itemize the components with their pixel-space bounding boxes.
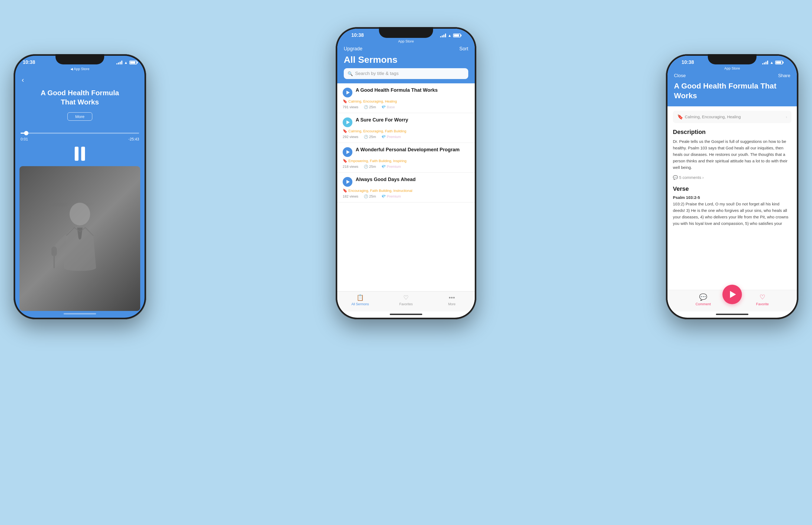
tags-text: Calming, Encouraging, Healing (685, 115, 784, 119)
center-time: 10:38 (351, 32, 364, 38)
tags-row[interactable]: 🔖 Calming, Encouraging, Healing › (673, 111, 792, 123)
sermon-image (19, 166, 140, 311)
bookmark-icon-1: 🔖 (343, 99, 347, 103)
time-labels: 0:01 -25:43 (15, 136, 145, 142)
comments-link[interactable]: 💬 5 comments › (673, 175, 792, 180)
pause-button[interactable] (15, 147, 145, 161)
tab-allsermons-label: All Sermons (351, 302, 369, 306)
progress-track[interactable] (20, 133, 139, 134)
right-time: 10:38 (681, 60, 694, 65)
back-button[interactable]: ‹ (22, 76, 24, 84)
center-notch (379, 27, 433, 38)
svg-rect-1 (51, 246, 57, 256)
sort-button[interactable]: Sort (459, 46, 468, 52)
all-sermons-title: All Sermons (344, 55, 468, 65)
big-play-button[interactable] (722, 285, 742, 304)
sermon-item-1[interactable]: A Good Health Formula That Works 🔖 Calmi… (337, 83, 475, 113)
tab-more[interactable]: ••• More (429, 294, 475, 306)
search-icon: 🔍 (347, 71, 353, 76)
favorite-icon: ♡ (760, 293, 765, 301)
tags-bookmark-icon: 🔖 (677, 114, 683, 120)
phone-left: 10:38 ▲ App Store ‹ A Good Health Formul… (14, 54, 146, 319)
search-placeholder-text: Search by title & tags (355, 71, 399, 76)
sermon-meta-1: 791 views 🕐 25m 💎 Base (343, 105, 469, 109)
sermon-item-4[interactable]: Always Good Days Ahead 🔖 Encouraging, Fa… (337, 172, 475, 202)
play-icon-2[interactable] (343, 118, 352, 127)
center-wifi-icon: ▲ (448, 33, 451, 38)
right-bottom-bar: 💬 Comment ♡ Favorite (667, 290, 797, 312)
remaining-time: -25:43 (128, 137, 139, 141)
sermon-tags-4: 🔖 Encouraging, Faith Building, Instructi… (343, 188, 469, 193)
left-status-icons: ▲ (116, 60, 137, 65)
center-phone-inner: 10:38 ▲ App Store Upgrade Sort (337, 29, 475, 318)
right-battery (775, 61, 783, 64)
sermon-list: A Good Health Formula That Works 🔖 Calmi… (337, 83, 475, 291)
tab-favorites-icon: ♡ (403, 294, 409, 301)
more-button[interactable]: More (67, 112, 92, 121)
wifi-icon: ▲ (124, 60, 128, 65)
right-status-icons: ▲ (762, 60, 783, 65)
sermon-tags-1: 🔖 Calming, Encouraging, Healing (343, 99, 469, 103)
comment-action[interactable]: 💬 Comment (696, 293, 711, 306)
phone-center: 10:38 ▲ App Store Upgrade Sort (336, 27, 476, 319)
center-battery (453, 33, 461, 38)
share-button[interactable]: Share (778, 73, 790, 78)
center-appstore-bar: App Store (344, 39, 468, 45)
center-home-indicator (390, 314, 422, 315)
bookmark-icon-4: 🔖 (343, 188, 347, 193)
sermon-tags-3: 🔖 Empowering, Faith Building, Inspiring (343, 159, 469, 163)
center-nav: Upgrade Sort (344, 45, 468, 55)
signal-bars (116, 61, 122, 64)
bookmark-icon-2: 🔖 (343, 129, 347, 133)
notch (56, 54, 104, 64)
sermon-item-2[interactable]: A Sure Cure For Worry 🔖 Calming, Encoura… (337, 113, 475, 143)
description-text: Dr. Peale tells us the Gospel is full of… (673, 138, 792, 171)
left-appstore-bar: App Store (15, 66, 145, 73)
battery-icon (130, 61, 137, 64)
right-nav: Close Share (674, 72, 790, 81)
right-phone-inner: 10:38 ▲ App Store Close Share (667, 56, 797, 318)
right-screen: 10:38 ▲ App Store Close Share (667, 56, 797, 318)
sermon-meta-4: 182 views 🕐 25m 💎 Premium (343, 194, 469, 198)
phone-right: 10:38 ▲ App Store Close Share (666, 54, 798, 319)
right-home-indicator (716, 314, 748, 315)
play-icon-3[interactable] (343, 147, 352, 157)
play-icon-1[interactable] (343, 88, 352, 97)
tab-all-sermons[interactable]: 📋 All Sermons (337, 294, 383, 306)
tags-chevron-icon: › (786, 115, 787, 119)
left-phone-inner: 10:38 ▲ App Store ‹ A Good Health Formul… (15, 56, 145, 318)
sermon-name-1: A Good Health Formula That Works (356, 87, 469, 93)
speaker-silhouette (39, 192, 120, 284)
big-play-icon (730, 291, 736, 298)
sermon-meta-2: 292 views 🕐 25m 💎 Premium (343, 135, 469, 139)
right-wifi-icon: ▲ (770, 60, 773, 65)
progress-bar-container (15, 133, 145, 134)
tab-bar: 📋 All Sermons ♡ Favorites ••• More (337, 291, 475, 312)
svg-point-0 (70, 203, 90, 225)
sermon-item-3[interactable]: A Wonderful Personal Development Program… (337, 143, 475, 172)
left-sermon-title: A Good Health Formula That Works (15, 89, 145, 112)
tab-allsermons-icon: 📋 (357, 294, 364, 301)
tab-more-label: More (448, 302, 455, 306)
right-appstore-bar: App Store (674, 66, 790, 72)
tab-favorites-label: Favorites (399, 302, 412, 306)
center-status-icons: ▲ (440, 33, 461, 38)
tab-favorites[interactable]: ♡ Favorites (383, 294, 429, 306)
play-icon-4[interactable] (343, 177, 352, 187)
verse-text: 103:2) Praise the Lord, O my soul! Do no… (673, 201, 792, 227)
right-content: 🔖 Calming, Encouraging, Healing › Descri… (667, 106, 797, 290)
sermon-name-2: A Sure Cure For Worry (356, 117, 469, 123)
description-title: Description (673, 129, 792, 136)
comment-icon: 💬 (699, 293, 707, 301)
favorite-label: Favorite (756, 302, 769, 306)
current-time: 0:01 (20, 137, 28, 141)
comment-label: Comment (696, 302, 711, 306)
right-sermon-title: A Good Health Formula That Works (674, 81, 790, 101)
sermon-tags-2: 🔖 Calming, Encouraging, Faith Building (343, 129, 469, 133)
progress-thumb[interactable] (24, 131, 28, 135)
upgrade-button[interactable]: Upgrade (344, 46, 362, 52)
right-notch (708, 54, 756, 64)
favorite-action[interactable]: ♡ Favorite (756, 293, 769, 306)
search-bar[interactable]: 🔍 Search by title & tags (344, 68, 468, 79)
close-button[interactable]: Close (674, 73, 686, 78)
